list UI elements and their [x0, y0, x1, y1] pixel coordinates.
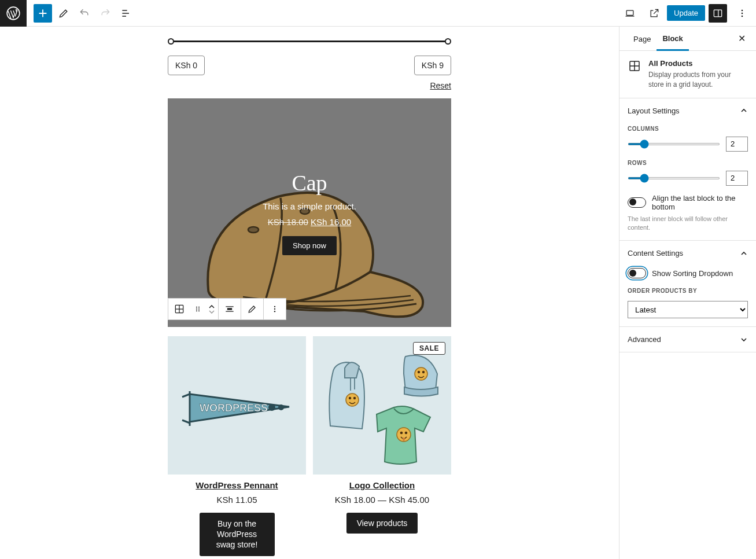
block-info-header: All Products Display products from your … — [619, 51, 756, 98]
wordpress-logo-button[interactable] — [0, 0, 27, 27]
product-title[interactable]: WordPress Pennant — [168, 480, 306, 490]
svg-point-24 — [353, 397, 356, 399]
panel-layout-toggle[interactable]: Layout Settings — [619, 98, 756, 123]
svg-point-13 — [196, 310, 197, 311]
svg-rect-1 — [626, 10, 633, 15]
grid-icon — [174, 303, 185, 315]
order-by-field-label: Order Products By — [628, 288, 748, 294]
undo-button[interactable] — [75, 4, 94, 23]
svg-point-22 — [346, 393, 359, 406]
laptop-icon — [624, 8, 636, 19]
edit-mode-button[interactable] — [54, 4, 73, 23]
svg-point-20 — [268, 404, 275, 411]
vertical-dots-icon — [736, 8, 748, 19]
show-sorting-dropdown-toggle[interactable] — [628, 268, 646, 278]
hero-price-new: KSh 16.00 — [311, 217, 351, 227]
wordpress-logo-icon — [6, 6, 21, 21]
panel-title: Content Settings — [628, 249, 683, 258]
settings-sidebar-toggle[interactable] — [709, 4, 727, 23]
product-card[interactable]: SALE — [313, 336, 451, 556]
svg-point-3 — [742, 9, 743, 11]
eyedropper-icon — [246, 303, 258, 315]
svg-rect-2 — [714, 10, 721, 17]
price-range-inputs: KSh 0 KSh 9 — [168, 56, 451, 75]
more-options-button[interactable] — [733, 4, 751, 23]
featured-product-hero[interactable]: Cap This is a simple product. KSh 18.00 … — [168, 98, 451, 327]
slider-handle-max[interactable] — [445, 38, 451, 45]
align-icon — [224, 303, 235, 315]
chevron-up-icon — [740, 106, 748, 115]
align-toggle-label: Align the last block to the bottom — [652, 194, 748, 211]
panel-content-toggle[interactable]: Content Settings — [619, 241, 756, 266]
chevron-down-icon — [209, 310, 215, 314]
block-name-label: All Products — [648, 59, 748, 68]
panel-content-settings: Content Settings Show Sorting Dropdown O… — [619, 241, 756, 327]
block-more-options[interactable] — [264, 299, 286, 319]
price-min-input[interactable]: KSh 0 — [168, 56, 205, 75]
edit-products-button[interactable] — [241, 299, 263, 319]
chevron-up-icon — [740, 249, 748, 258]
outline-icon — [120, 8, 132, 19]
svg-rect-15 — [227, 308, 232, 310]
product-card[interactable]: WORDPRESS WordPress Pennant KSh 11.05 Bu… — [168, 336, 306, 556]
product-image-pennant: WORDPRESS — [168, 336, 306, 475]
product-price: KSh 18.00 — KSh 45.00 — [313, 495, 451, 505]
order-by-select[interactable]: Latest — [628, 301, 748, 318]
topbar-left-group — [0, 0, 135, 27]
panel-advanced: Advanced — [619, 327, 756, 352]
plus-icon — [36, 7, 49, 20]
svg-point-11 — [196, 308, 197, 310]
rows-range-slider[interactable] — [628, 177, 720, 179]
reset-filter-link[interactable]: Reset — [168, 81, 451, 90]
panel-advanced-toggle[interactable]: Advanced — [619, 327, 756, 352]
columns-range-slider[interactable] — [628, 143, 720, 145]
editor-canvas[interactable]: KSh 0 KSh 9 Reset — [0, 27, 619, 559]
svg-point-23 — [349, 397, 351, 399]
price-max-input[interactable]: KSh 9 — [414, 56, 451, 75]
all-products-block-icon — [628, 59, 641, 73]
panel-layout-settings: Layout Settings Columns Rows — [619, 98, 756, 241]
block-desc-label: Display products from your store in a gr… — [648, 70, 748, 90]
block-type-button[interactable] — [168, 299, 190, 319]
svg-point-5 — [742, 15, 743, 17]
svg-point-10 — [198, 307, 200, 308]
panel-title: Advanced — [628, 335, 661, 344]
tab-page[interactable]: Page — [628, 27, 657, 50]
document-outline-button[interactable] — [117, 4, 135, 23]
svg-point-21 — [278, 404, 284, 410]
panel-title: Layout Settings — [628, 106, 680, 115]
pencil-icon — [58, 8, 69, 19]
update-button[interactable]: Update — [667, 5, 705, 21]
product-image-logo-collection: SALE — [313, 336, 451, 475]
slider-handle-min[interactable] — [168, 38, 174, 45]
rows-field-label: Rows — [628, 160, 748, 166]
block-toolbar — [168, 298, 286, 320]
hero-product-title: Cap — [292, 170, 327, 196]
hero-product-price: KSh 18.00 KSh 16.00 — [268, 217, 351, 227]
shop-now-button[interactable]: Shop now — [282, 236, 337, 255]
product-view-button[interactable]: View products — [346, 513, 418, 534]
price-range-slider[interactable] — [170, 38, 449, 45]
preview-device-button[interactable] — [621, 4, 639, 23]
svg-point-25 — [415, 367, 427, 380]
tab-block[interactable]: Block — [657, 27, 688, 51]
columns-number-input[interactable] — [726, 137, 748, 152]
product-buy-button[interactable]: Buy on the WordPress swag store! — [200, 513, 275, 556]
block-drag-handle[interactable] — [190, 299, 205, 319]
svg-point-29 — [400, 432, 403, 435]
product-title[interactable]: Logo Collection — [313, 480, 451, 490]
close-sidebar-button[interactable]: ✕ — [736, 31, 748, 46]
redo-button[interactable] — [96, 4, 115, 23]
products-grid: WORDPRESS WordPress Pennant KSh 11.05 Bu… — [168, 336, 451, 556]
align-button[interactable] — [219, 299, 241, 319]
hero-product-desc: This is a simple product. — [263, 201, 356, 211]
add-block-button[interactable] — [34, 4, 52, 23]
editor-topbar: Update — [0, 0, 756, 27]
pennant-illustration: WORDPRESS — [168, 336, 306, 475]
svg-point-26 — [418, 371, 420, 373]
align-last-block-toggle[interactable] — [628, 197, 646, 208]
move-up-down-buttons[interactable] — [205, 299, 218, 319]
view-page-button[interactable] — [645, 4, 663, 23]
chevron-down-icon — [740, 336, 748, 344]
rows-number-input[interactable] — [726, 171, 748, 186]
